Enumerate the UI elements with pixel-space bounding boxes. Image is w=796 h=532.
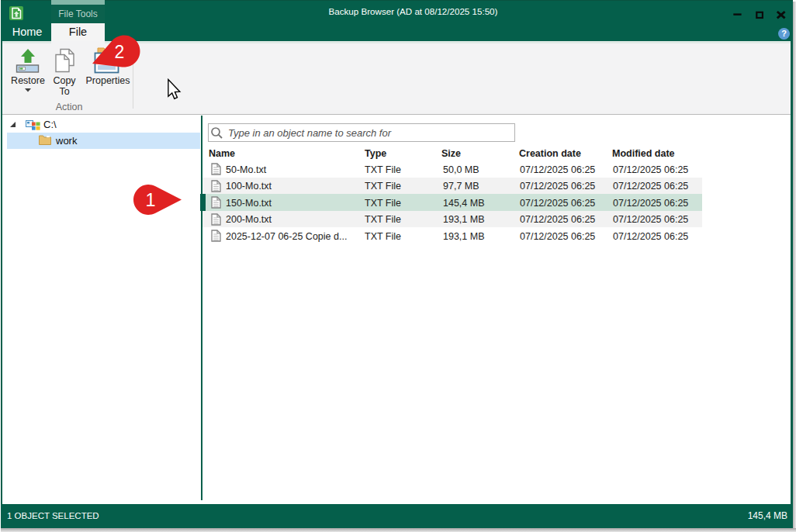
svg-text:1: 1 (145, 190, 155, 210)
svg-text:2: 2 (115, 42, 125, 62)
